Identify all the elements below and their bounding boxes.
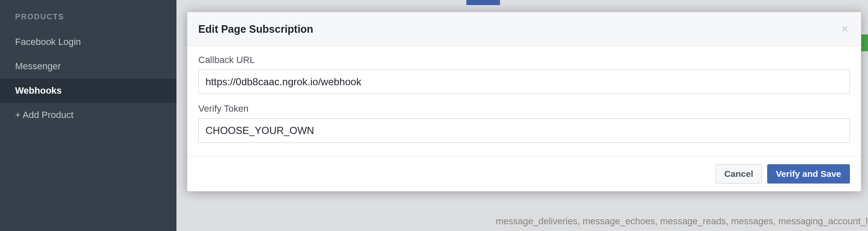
modal-title: Edit Page Subscription xyxy=(198,23,313,35)
verify-save-button[interactable]: Verify and Save xyxy=(767,164,850,184)
sidebar-item-webhooks[interactable]: Webhooks xyxy=(0,79,176,103)
verify-token-group: Verify Token xyxy=(198,103,850,143)
sidebar-item-facebook-login[interactable]: Facebook Login xyxy=(0,30,176,54)
modal-footer: Cancel Verify and Save xyxy=(187,157,861,191)
edit-page-subscription-modal: Edit Page Subscription × Callback URL Ve… xyxy=(187,12,861,192)
sidebar-header: PRODUCTS xyxy=(0,13,176,30)
verify-token-label: Verify Token xyxy=(198,103,850,114)
sidebar-item-add-product[interactable]: + Add Product xyxy=(0,103,176,127)
callback-url-label: Callback URL xyxy=(198,55,850,66)
sidebar: PRODUCTS Facebook Login Messenger Webhoo… xyxy=(0,0,176,231)
close-icon[interactable]: × xyxy=(840,21,850,37)
callback-url-input[interactable] xyxy=(198,70,850,94)
callback-url-group: Callback URL xyxy=(198,55,850,94)
modal-header: Edit Page Subscription × xyxy=(187,12,861,46)
modal-body: Callback URL Verify Token xyxy=(187,46,861,157)
cancel-button[interactable]: Cancel xyxy=(715,164,762,184)
sidebar-item-messenger[interactable]: Messenger xyxy=(0,54,176,79)
verify-token-input[interactable] xyxy=(198,118,850,143)
